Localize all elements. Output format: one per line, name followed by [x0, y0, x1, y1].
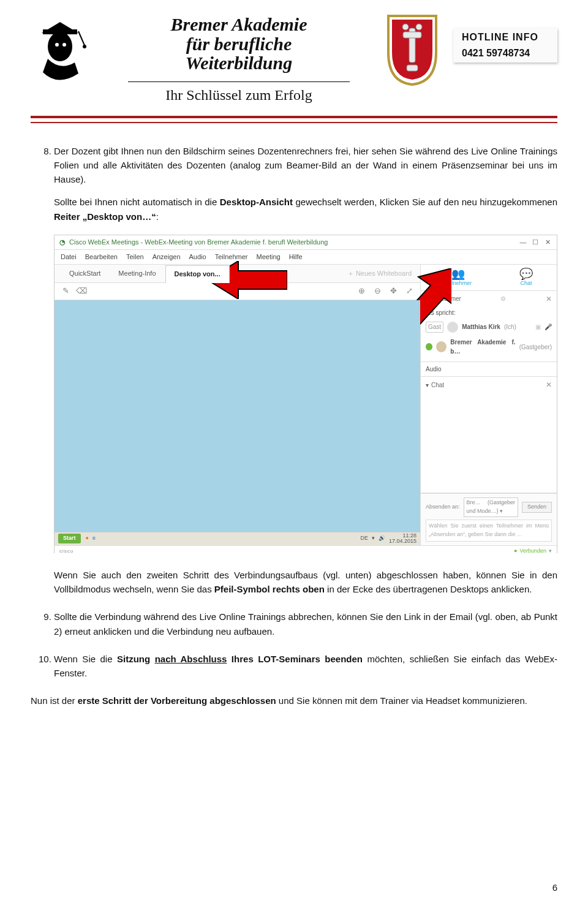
svg-point-1 — [48, 32, 72, 61]
hotline-number: 0421 59748734 — [462, 48, 549, 59]
menu-share[interactable]: Teilen — [126, 252, 144, 262]
svg-rect-3 — [43, 29, 77, 34]
zoom-in-icon[interactable]: ⊕ — [356, 286, 366, 296]
svg-point-7 — [62, 43, 66, 47]
item8-text: Der Dozent gibt Ihnen nun den Bildschirm… — [54, 144, 557, 187]
start-button[interactable]: Start — [58, 534, 81, 543]
graduate-logo — [31, 11, 92, 91]
audio-panel[interactable]: Audio — [421, 362, 557, 377]
menu-file[interactable]: Datei — [61, 252, 77, 262]
shared-desktop-canvas — [55, 300, 420, 532]
webex-statusbar: cisco ● Verbunden ▾ — [55, 545, 557, 558]
body-text: Der Dozent gibt Ihnen nun den Bildschirm… — [31, 144, 557, 708]
header-rule — [31, 116, 557, 122]
tray-icon: ▾ — [372, 534, 375, 543]
tab-meeting-info[interactable]: Meeting-Info — [110, 265, 165, 282]
chat-icon: 💬 — [519, 268, 533, 279]
svg-rect-12 — [407, 65, 418, 71]
webex-titlebar: ◔ Cisco WebEx Meetings - WebEx-Meeting v… — [55, 235, 557, 250]
chevron-down-icon[interactable]: ▾ — [549, 547, 552, 556]
hotline-label: HOTLINE INFO — [462, 32, 549, 43]
chat-input[interactable]: Wählen Sie zuerst einen Teilnehmer im Me… — [426, 520, 552, 542]
window-close-button[interactable]: ✕ — [543, 237, 552, 248]
send-button[interactable]: Senden — [522, 502, 552, 513]
tray-lang[interactable]: DE — [360, 534, 368, 543]
webex-left-pane: QuickStart Meeting-Info Desktop von... ＋… — [55, 265, 421, 545]
chat-compose: Absenden an: Bre… (Gastgeber und Mode…) … — [421, 493, 557, 545]
letterhead-title-l2: für berufliche — [100, 34, 377, 54]
tab-desktop-von[interactable]: Desktop von... — [165, 265, 230, 283]
chat-panel: ▾ Chat ✕ — [421, 377, 557, 493]
svg-point-6 — [55, 43, 59, 47]
letterhead-subtitle: Ihr Schlüssel zum Erfolg — [100, 81, 377, 104]
window-minimize-button[interactable]: — — [519, 237, 527, 248]
gear-icon[interactable]: ⚙ — [500, 294, 506, 304]
instruction-list: Der Dozent gibt Ihnen nun den Bildschirm… — [31, 144, 557, 681]
send-to-label: Absenden an: — [426, 503, 460, 512]
hotline-box: HOTLINE INFO 0421 59748734 — [453, 28, 557, 62]
close-icon[interactable]: ✕ — [546, 293, 552, 305]
webex-title: Cisco WebEx Meetings - WebEx-Meeting von… — [69, 237, 328, 248]
connection-status: ● Verbunden ▾ — [514, 547, 552, 556]
tray-clock: 11:28 17.04.2015 — [389, 533, 417, 544]
send-to-select[interactable]: Bre… (Gastgeber und Mode…) ▾ — [464, 497, 518, 517]
svg-point-11 — [416, 24, 422, 30]
window-maximize-button[interactable]: ☐ — [531, 237, 540, 248]
connected-dot-icon: ● — [514, 547, 517, 556]
cisco-logo: cisco — [59, 548, 74, 555]
mute-icon[interactable]: 🎤 — [545, 322, 552, 332]
menu-edit[interactable]: Bearbeiten — [85, 252, 118, 262]
tray-icon2: 🔊 — [379, 534, 385, 543]
webex-menubar: Datei Bearbeiten Teilen Anzeigen Audio T… — [55, 250, 557, 265]
webex-window: ◔ Cisco WebEx Meetings - WebEx-Meeting v… — [54, 235, 557, 553]
eraser-icon[interactable]: ⌫ — [77, 286, 86, 296]
letterhead-title-l1: Bremer Akademie — [100, 15, 377, 34]
pencil-icon[interactable]: ✎ — [61, 286, 70, 296]
svg-point-10 — [402, 24, 409, 30]
chat-tab[interactable]: 💬 Chat — [519, 268, 533, 288]
taskbar-ie-icon[interactable]: e — [92, 534, 96, 543]
bremen-crest — [386, 13, 439, 87]
list-item-8: Der Dozent gibt Ihnen nun den Bildschirm… — [54, 144, 557, 597]
letterhead-center: Bremer Akademie für berufliche Weiterbil… — [100, 11, 377, 104]
list-item-10: Wenn Sie die Sitzung nach Abschluss Ihre… — [54, 652, 557, 681]
page-number: 6 — [552, 882, 557, 893]
camera-icon[interactable]: ▣ — [535, 322, 541, 332]
taskbar-firefox-icon[interactable]: ● — [86, 534, 89, 543]
menu-help[interactable]: Hilfe — [289, 252, 303, 262]
menu-audio[interactable]: Audio — [189, 252, 206, 262]
menu-view[interactable]: Anzeigen — [153, 252, 181, 262]
list-item-9: Sollte die Verbindung während des Live O… — [54, 610, 557, 638]
closing-paragraph: Nun ist der erste Schritt der Vorbereitu… — [31, 694, 557, 708]
tab-quickstart[interactable]: QuickStart — [61, 265, 110, 282]
chevron-down-icon[interactable]: ▾ — [426, 380, 429, 390]
item8-note: Sollte bei Ihnen nicht automatisch in di… — [54, 195, 557, 224]
os-taskbar: Start ● e DE ▾ 🔊 11:28 17.04.2015 — [55, 532, 420, 545]
close-icon[interactable]: ✕ — [546, 379, 552, 391]
letterhead-title-l3: Weiterbildung — [100, 53, 377, 73]
after-screenshot-note: Wenn Sie auch den zweiten Schritt des Ve… — [54, 568, 557, 597]
webex-logo-icon: ◔ — [59, 237, 66, 248]
svg-point-5 — [83, 45, 86, 48]
svg-rect-9 — [403, 32, 421, 38]
letterhead: Bremer Akademie für berufliche Weiterbil… — [31, 11, 557, 104]
